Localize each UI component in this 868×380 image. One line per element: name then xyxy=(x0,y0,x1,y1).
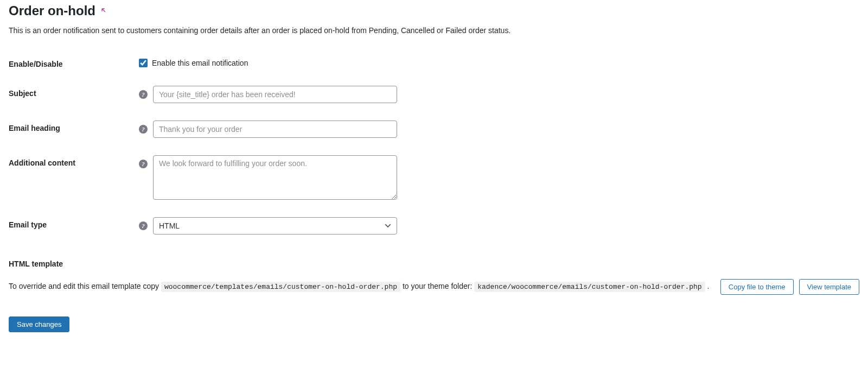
email-type-label: Email type xyxy=(9,217,139,229)
page-title: Order on-hold xyxy=(9,3,95,18)
template-override-text: To override and edit this email template… xyxy=(9,279,710,294)
copy-file-button[interactable]: Copy file to theme xyxy=(720,279,794,295)
enable-checkbox[interactable] xyxy=(139,59,148,67)
template-source-path: woocommerce/templates/emails/customer-on… xyxy=(161,282,400,292)
template-dest-path: kadence/woocommerce/emails/customer-on-h… xyxy=(474,282,705,292)
view-template-button[interactable]: View template xyxy=(799,279,859,295)
back-link[interactable] xyxy=(100,7,107,16)
subject-label: Subject xyxy=(9,86,139,98)
email-heading-label: Email heading xyxy=(9,121,139,132)
enable-disable-label: Enable/Disable xyxy=(9,56,139,68)
email-type-select[interactable]: HTML xyxy=(153,217,397,235)
help-icon[interactable]: ? xyxy=(139,160,148,168)
html-template-title: HTML template xyxy=(9,259,859,268)
help-icon[interactable]: ? xyxy=(139,221,148,230)
help-icon[interactable]: ? xyxy=(139,90,148,99)
additional-content-label: Additional content xyxy=(9,155,139,167)
subject-input[interactable] xyxy=(153,86,397,103)
back-arrow-icon xyxy=(100,7,107,16)
enable-checkbox-label: Enable this email notification xyxy=(152,59,248,67)
help-icon[interactable]: ? xyxy=(139,125,148,134)
email-heading-input[interactable] xyxy=(153,121,397,138)
page-description: This is an order notification sent to cu… xyxy=(9,26,859,35)
save-changes-button[interactable]: Save changes xyxy=(9,316,69,332)
additional-content-input[interactable] xyxy=(153,155,397,200)
